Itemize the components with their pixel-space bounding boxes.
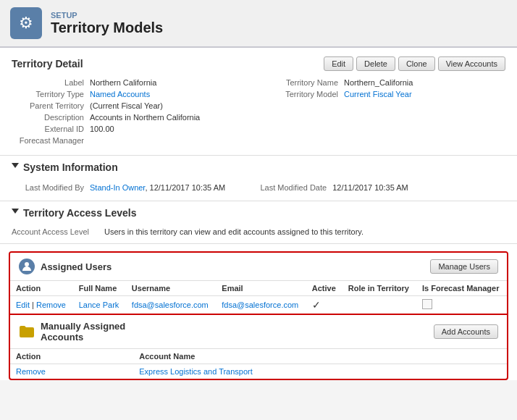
header-text: SETUP Territory Models (51, 11, 163, 36)
assigned-users-table: Action Full Name Username Email Active R… (10, 281, 507, 314)
col-ma-account-name: Account Name (133, 349, 507, 364)
sys-info-row: Last Modified By Stand-In Owner, 12/11/2… (12, 182, 505, 193)
col-full-name: Full Name (73, 281, 126, 296)
col-username: Username (126, 281, 216, 296)
detail-grid: Label Northern California Territory Type… (12, 77, 505, 146)
external-id-row: External ID 100.00 (12, 123, 251, 135)
remove-user-link[interactable]: Remove (36, 301, 66, 309)
parent-territory-name: Parent Territory (12, 101, 84, 110)
last-modified-date-label: Last Modified Date (254, 183, 327, 192)
forecast-manager-row: Forecast Manager (12, 135, 251, 146)
edit-button[interactable]: Edit (324, 56, 353, 71)
territory-name-field-name: Territory Name (266, 78, 338, 87)
account-name-link[interactable]: Express Logistics and Transport (139, 367, 253, 376)
folder-icon (19, 324, 35, 340)
stand-in-owner-link[interactable]: Stand-In Owner (90, 183, 145, 192)
svg-point-0 (25, 262, 29, 266)
territory-model-field-name: Territory Model (266, 90, 338, 98)
detail-right: Territory Name Northern_California Terri… (266, 77, 505, 146)
user-full-name-link[interactable]: Lance Park (79, 301, 119, 309)
last-modified-by-date: , 12/11/2017 10:35 AM (145, 183, 225, 192)
label-row: Label Northern California (12, 77, 251, 88)
territory-name-value: Northern_California (344, 78, 413, 87)
delete-button[interactable]: Delete (356, 56, 395, 71)
territory-access-triangle (12, 209, 19, 217)
external-id-name: External ID (12, 125, 84, 133)
assigned-users-title: Assigned Users (41, 261, 424, 272)
add-accounts-button[interactable]: Add Accounts (434, 324, 498, 339)
label-field-value: Northern California (90, 78, 156, 87)
system-info-content: Last Modified By Stand-In Owner, 12/11/2… (0, 179, 517, 201)
forecast-manager-name: Forecast Manager (12, 136, 84, 145)
row-action: Edit | Remove (10, 296, 73, 314)
row-username: fdsa@salesforce.com (126, 296, 216, 314)
view-accounts-button[interactable]: View Accounts (438, 56, 505, 71)
territory-model-row: Territory Model Current Fiscal Year (266, 88, 505, 100)
action-separator: | (30, 301, 36, 309)
col-email: Email (216, 281, 306, 296)
table-row: Edit | Remove Lance Park fdsa@salesforce… (10, 296, 507, 314)
last-modified-date-row: Last Modified Date 12/11/2017 10:35 AM (254, 182, 408, 193)
description-name: Description (12, 113, 84, 122)
remove-account-link[interactable]: Remove (16, 367, 46, 376)
row-email: fdsa@salesforce.com (216, 296, 306, 314)
system-info-toggle[interactable]: System Information (0, 156, 517, 179)
assigned-users-header: Assigned Users Manage Users (10, 253, 507, 281)
territory-detail-buttons: Edit Delete Clone View Accounts (324, 56, 505, 71)
territory-access-content: Account Access Level Users in this terri… (0, 224, 517, 243)
page-header: ⚙ SETUP Territory Models (0, 0, 517, 48)
territory-detail-section: Territory Detail Edit Delete Clone View … (0, 48, 517, 156)
access-level-value: Users in this territory can view and edi… (104, 227, 363, 236)
col-active: Active (306, 281, 342, 296)
territory-type-name: Territory Type (12, 90, 84, 98)
row-role (342, 296, 416, 314)
ma-row-action: Remove (10, 364, 133, 379)
col-ma-action: Action (10, 349, 133, 364)
manually-assigned-header: Manually Assigned Accounts Add Accounts (10, 315, 507, 349)
row-is-forecast (416, 296, 507, 314)
territory-access-title: Territory Access Levels (23, 207, 136, 219)
page-title: Territory Models (51, 20, 163, 36)
parent-territory-row: Parent Territory (Current Fiscal Year) (12, 100, 251, 112)
col-forecast-manager: Is Forecast Manager (416, 281, 507, 296)
last-modified-by-label: Last Modified By (12, 183, 84, 192)
assigned-section-wrapper: Assigned Users Manage Users Action Full … (9, 251, 508, 380)
territory-type-link[interactable]: Named Accounts (90, 90, 150, 98)
territory-detail-header: Territory Detail Edit Delete Clone View … (12, 56, 505, 71)
user-icon (19, 259, 35, 274)
manually-assigned-table: Action Account Name Remove Express Logis… (10, 349, 507, 379)
description-row: Description Accounts in Northern Califor… (12, 112, 251, 123)
manually-assigned-header-row: Action Account Name (10, 349, 507, 364)
table-row: Remove Express Logistics and Transport (10, 364, 507, 379)
col-action: Action (10, 281, 73, 296)
clone-button[interactable]: Clone (398, 56, 435, 71)
forecast-manager-checkbox[interactable] (422, 299, 432, 309)
territory-access-toggle[interactable]: Territory Access Levels (0, 201, 517, 224)
email-link[interactable]: fdsa@salesforce.com (222, 301, 298, 309)
system-info-triangle (12, 163, 19, 172)
edit-user-link[interactable]: Edit (16, 301, 30, 309)
row-full-name: Lance Park (73, 296, 126, 314)
description-value: Accounts in Northern California (90, 113, 200, 122)
system-info-section: System Information Last Modified By Stan… (0, 156, 517, 201)
username-link[interactable]: fdsa@salesforce.com (132, 301, 209, 309)
manually-assigned-title: Manually Assigned Accounts (41, 321, 125, 343)
detail-left: Label Northern California Territory Type… (12, 77, 251, 146)
parent-territory-value: (Current Fiscal Year) (90, 101, 163, 110)
active-checkmark: ✓ (312, 299, 321, 311)
external-id-value: 100.00 (90, 125, 114, 133)
last-modified-by-value: Stand-In Owner, 12/11/2017 10:35 AM (90, 183, 225, 192)
territory-access-section: Territory Access Levels Account Access L… (0, 201, 517, 244)
territory-model-link[interactable]: Current Fiscal Year (344, 90, 412, 98)
setup-icon: ⚙ (10, 7, 42, 39)
row-active: ✓ (306, 296, 342, 314)
manage-users-button[interactable]: Manage Users (430, 259, 498, 274)
access-level-label: Account Access Level (12, 227, 98, 236)
manually-assigned-title-block: Manually Assigned Accounts (41, 321, 428, 343)
main-content: Territory Detail Edit Delete Clone View … (0, 48, 517, 380)
territory-name-row: Territory Name Northern_California (266, 77, 505, 88)
last-modified-date-value: 12/11/2017 10:35 AM (332, 183, 408, 192)
system-info-title: System Information (23, 161, 118, 173)
label-field-name: Label (12, 78, 84, 87)
assigned-users-header-row: Action Full Name Username Email Active R… (10, 281, 507, 296)
